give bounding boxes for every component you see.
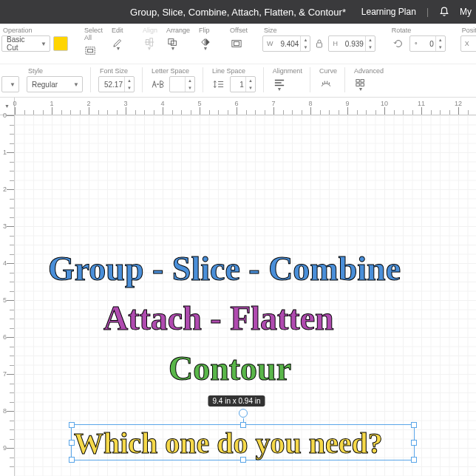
size-group: Size W 9.404 ▲▼ H 0.939 ▲▼ xyxy=(262,27,375,52)
my-account-link[interactable]: My xyxy=(460,7,472,17)
nav-divider: | xyxy=(426,7,429,17)
selection-dimensions: 9.4 in x 0.94 in xyxy=(208,395,265,407)
position-x-input[interactable]: X 2.474 ▲▼ xyxy=(460,35,476,52)
font-size-input[interactable]: 52.17 ▲▼ xyxy=(98,76,135,92)
toolbar-row-2: ▼ Style Regular▼ Font Size 52.17 ▲▼ Lett… xyxy=(0,64,476,97)
toolbar: Operation Basic Cut▼ Select All Edit ▼ A… xyxy=(0,24,476,98)
canvas[interactable]: ▼ 0123456789101112 01234567891011 Group … xyxy=(0,98,476,476)
operation-label: Operation xyxy=(1,27,68,34)
text-line-1[interactable]: Group - Slice - Combine xyxy=(48,249,401,288)
operation-dropdown[interactable]: Basic Cut▼ xyxy=(1,35,50,52)
alignment-button[interactable]: ▼ xyxy=(271,76,288,92)
style-dropdown[interactable]: Regular▼ xyxy=(27,76,83,92)
lock-aspect-icon[interactable] xyxy=(313,35,325,52)
arrange-group: Arrange ▼ xyxy=(165,27,190,52)
text-line-2[interactable]: Attach - Flatten xyxy=(103,299,334,338)
svg-rect-0 xyxy=(86,47,95,55)
svg-rect-9 xyxy=(356,79,359,82)
rotate-handle[interactable] xyxy=(239,409,248,418)
color-swatch[interactable] xyxy=(53,36,68,51)
document-title: Group, Slice, Combine, Attach, Flatten, … xyxy=(130,7,346,18)
notifications-icon[interactable] xyxy=(439,7,449,17)
style-group: Style Regular▼ xyxy=(27,67,83,92)
edit-group: Edit ▼ xyxy=(110,27,126,52)
flip-button[interactable]: ▼ xyxy=(197,35,214,52)
svg-rect-7 xyxy=(234,41,239,45)
width-input[interactable]: W 9.404 ▲▼ xyxy=(262,35,310,52)
line-space-input[interactable]: 1▲▼ xyxy=(230,76,256,92)
flip-group: Flip ▼ xyxy=(197,27,214,52)
operation-group: Operation Basic Cut▼ xyxy=(0,27,68,52)
ruler-vertical: 01234567891011 xyxy=(0,115,15,476)
letter-space-icon xyxy=(150,76,166,92)
learning-plan-link[interactable]: Learning Plan xyxy=(361,7,416,17)
align-button: ▼ xyxy=(141,35,157,52)
toolbar-row-1: Operation Basic Cut▼ Select All Edit ▼ A… xyxy=(0,24,476,64)
rotate-input[interactable]: ∘ 0 ▲▼ xyxy=(409,35,446,52)
line-space-group: Line Space 1▲▼ xyxy=(211,67,256,92)
font-size-group: Font Size 52.17 ▲▼ xyxy=(98,67,135,92)
ruler-horizontal: 0123456789101112 xyxy=(15,98,476,115)
line-space-icon xyxy=(211,76,227,92)
title-bar: Group, Slice, Combine, Attach, Flatten, … xyxy=(0,0,476,24)
align-group: Align ▼ xyxy=(141,27,157,52)
text-line-3[interactable]: Contour xyxy=(169,349,291,388)
edit-button[interactable]: ▼ xyxy=(110,35,126,52)
top-right-nav: Learning Plan | My xyxy=(361,7,476,17)
rotate-icon[interactable] xyxy=(390,35,407,52)
alignment-group: Alignment ▼ xyxy=(271,67,302,92)
advanced-button[interactable]: ▼ xyxy=(353,76,369,92)
offset-button[interactable] xyxy=(228,35,245,52)
svg-rect-1 xyxy=(88,49,93,52)
svg-rect-12 xyxy=(361,83,364,86)
letter-space-group: Letter Space ▲▼ xyxy=(150,67,195,92)
offset-group: Offset xyxy=(228,27,248,52)
curve-group: Curve xyxy=(318,67,337,92)
arrange-button[interactable]: ▼ xyxy=(165,35,181,52)
curve-button[interactable] xyxy=(318,76,334,92)
rotate-group: Rotate ∘ 0 ▲▼ xyxy=(390,27,446,52)
height-input[interactable]: H 0.939 ▲▼ xyxy=(328,35,375,52)
select-all-group: Select All xyxy=(83,27,103,59)
svg-rect-10 xyxy=(361,79,364,82)
letter-space-input[interactable]: ▲▼ xyxy=(169,76,195,92)
select-all-button[interactable] xyxy=(83,43,99,59)
svg-rect-8 xyxy=(317,43,322,47)
font-dropdown-group: ▼ xyxy=(0,67,19,92)
text-line-4[interactable]: Which one do you need? xyxy=(74,426,383,460)
font-family-dropdown[interactable]: ▼ xyxy=(1,76,19,92)
svg-rect-11 xyxy=(356,83,359,86)
advanced-group: Advanced ▼ xyxy=(353,67,384,92)
position-group: Position X 2.474 ▲▼ Y 6 xyxy=(460,27,476,52)
